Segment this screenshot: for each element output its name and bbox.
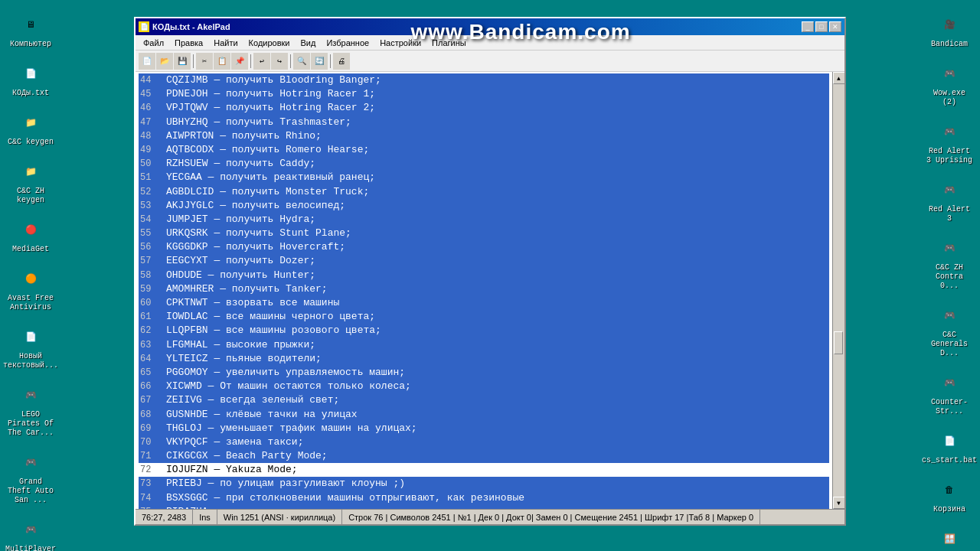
menu-settings[interactable]: Настройки bbox=[375, 37, 426, 48]
line-number: 74 bbox=[140, 492, 163, 505]
desktop-icon-right-5[interactable]: 🎮C&C Generals D... bbox=[923, 298, 976, 361]
line-text: CPKTNWT — взорвать все машины bbox=[166, 296, 339, 310]
line-text: PDNEJOH — получить Hotring Racer 1; bbox=[166, 87, 375, 101]
menu-bar: Файл Правка Найти Кодировки Вид Избранно… bbox=[136, 35, 844, 51]
line-text: JUMPJET — получить Hydra; bbox=[166, 213, 315, 227]
menu-file[interactable]: Файл bbox=[139, 37, 168, 48]
text-line: 57EEGCYXT — получить Dozer; bbox=[139, 254, 829, 268]
desktop-icon-left-4[interactable]: 🔴MediaGet bbox=[4, 213, 57, 257]
desktop-icon-left-3[interactable]: 📁C&C ZH keygen bbox=[4, 155, 57, 208]
toolbar-new[interactable]: 📄 bbox=[139, 53, 155, 70]
icon-image: 🎮 bbox=[17, 448, 44, 476]
toolbar-redo[interactable]: ↪ bbox=[271, 53, 288, 70]
text-line: 50RZHSUEW — получить Caddy; bbox=[139, 157, 829, 171]
text-line: 71CIKGCGX — Beach Party Mode; bbox=[139, 449, 829, 463]
scroll-thumb[interactable] bbox=[834, 331, 843, 354]
line-number: 61 bbox=[140, 311, 163, 324]
text-line: 47UBHYZHQ — получить Trashmaster; bbox=[139, 116, 829, 129]
close-button[interactable]: ✕ bbox=[829, 21, 841, 32]
status-bar: 76:27, 2483 Ins Win 1251 (ANSI · кирилли… bbox=[136, 509, 844, 524]
line-text: IOJUFZN — Yakuza Mode; bbox=[166, 463, 298, 477]
toolbar-save[interactable]: 💾 bbox=[174, 53, 191, 70]
maximize-button[interactable]: □ bbox=[815, 21, 828, 32]
icon-image: 📄 bbox=[17, 60, 44, 87]
line-number: 72 bbox=[140, 464, 163, 477]
scroll-up-button[interactable]: ▲ bbox=[833, 72, 845, 84]
desktop-icon-right-1[interactable]: 🎮Wow.exe (2) bbox=[923, 57, 976, 110]
desktop-icon-left-6[interactable]: 📄Новый текстовый... bbox=[4, 320, 57, 373]
line-text: YECGAA — получить реактивный ранец; bbox=[166, 171, 375, 184]
line-number: 45 bbox=[140, 88, 163, 101]
icon-image: 🎥 bbox=[936, 11, 963, 38]
desktop-icon-left-8[interactable]: 🎮Grand Theft Auto San ... bbox=[4, 445, 57, 508]
toolbar-cut[interactable]: ✂ bbox=[196, 53, 213, 70]
toolbar-paste[interactable]: 📌 bbox=[231, 53, 248, 70]
line-text: AIWPRTON — получить Rhino; bbox=[166, 129, 322, 143]
toolbar-find[interactable]: 🔍 bbox=[293, 53, 310, 70]
line-number: 56 bbox=[140, 241, 163, 254]
toolbar-copy[interactable]: 📋 bbox=[214, 53, 230, 70]
icon-label: Counter-Str... bbox=[926, 398, 973, 416]
toolbar-open[interactable]: 📂 bbox=[156, 53, 173, 70]
desktop-icon-right-3[interactable]: 🎮Red Alert 3 bbox=[923, 173, 976, 227]
desktop-icon-right-6[interactable]: 🎮Counter-Str... bbox=[923, 366, 976, 419]
menu-view[interactable]: Вид bbox=[296, 37, 321, 48]
desktop-icon-right-2[interactable]: 🎮Red Alert 3 Uprising bbox=[923, 115, 976, 168]
icon-label: Grand Theft Auto San ... bbox=[7, 478, 54, 505]
title-bar-left: 📄 КОДы.txt - AkelPad bbox=[139, 21, 230, 32]
text-editor[interactable]: 44CQZIJMB — получить Bloodring Banger;45… bbox=[136, 72, 832, 509]
toolbar-print[interactable]: 🖨 bbox=[333, 53, 350, 70]
desktop-icon-right-7[interactable]: 📄cs_start.bat bbox=[923, 424, 976, 468]
title-bar-controls[interactable]: _ □ ✕ bbox=[802, 21, 841, 32]
scroll-down-button[interactable]: ▼ bbox=[833, 497, 845, 509]
desktop-icon-left-0[interactable]: 🖥Компьютер bbox=[4, 8, 57, 52]
icon-image: 🎮 bbox=[17, 516, 44, 543]
toolbar-replace[interactable]: 🔄 bbox=[311, 53, 328, 70]
desktop-icon-right-8[interactable]: 🗑Корзина bbox=[923, 473, 976, 517]
desktop-icon-left-1[interactable]: 📄КОДы.txt bbox=[4, 57, 57, 101]
desktop-icon-right-9[interactable]: 🪟Windows 7 Сборка 761 bbox=[923, 522, 976, 551]
text-line: 74BSXSGGC — при столкновении машины отпр… bbox=[139, 491, 829, 505]
desktop-icon-right-0[interactable]: 🎥Bandicam bbox=[923, 8, 976, 52]
line-number: 73 bbox=[140, 478, 163, 491]
desktop-icon-left-9[interactable]: 🎮MultiPlayer [0.3e] bbox=[4, 513, 57, 551]
line-number: 60 bbox=[140, 297, 163, 310]
menu-plugins[interactable]: Плагины bbox=[427, 37, 471, 48]
vertical-scrollbar[interactable]: ▲ ▼ bbox=[832, 72, 844, 509]
icon-label: C&C Generals D... bbox=[926, 331, 973, 358]
desktop-icons-right: 🎥Bandicam🎮Wow.exe (2)🎮Red Alert 3 Uprisi… bbox=[919, 0, 980, 551]
desktop-icon-left-5[interactable]: 🟠Avast Free Antivirus bbox=[4, 262, 57, 315]
line-number: 58 bbox=[140, 269, 163, 282]
menu-edit[interactable]: Правка bbox=[170, 37, 207, 48]
line-number: 57 bbox=[140, 255, 163, 268]
line-number: 63 bbox=[140, 339, 163, 352]
line-text: KGGGDKP — получить Hovercraft; bbox=[166, 240, 345, 254]
line-text: AMOMHRER — получить Tanker; bbox=[166, 282, 328, 296]
minimize-button[interactable]: _ bbox=[802, 21, 814, 32]
status-wrap: Win 1251 (ANSI · кириллица) bbox=[217, 510, 342, 524]
icon-label: Red Alert 3 Uprising bbox=[926, 147, 973, 165]
text-line: 51YECGAA — получить реактивный ранец; bbox=[139, 171, 829, 184]
desktop-icon-right-4[interactable]: 🎮C&C ZH Contra 0... bbox=[923, 231, 976, 294]
line-number: 55 bbox=[140, 227, 163, 240]
line-number: 49 bbox=[140, 144, 163, 157]
menu-favorites[interactable]: Избранное bbox=[322, 37, 374, 48]
icon-image: 🎮 bbox=[936, 302, 963, 329]
menu-encoding[interactable]: Кодировки bbox=[244, 37, 295, 48]
line-number: 65 bbox=[140, 367, 163, 380]
line-text: PGGOMOY — увеличить управляемость машин; bbox=[166, 366, 405, 380]
toolbar-undo[interactable]: ↩ bbox=[253, 53, 270, 70]
notepad-icon: 📄 bbox=[139, 21, 149, 32]
menu-find[interactable]: Найти bbox=[209, 37, 242, 48]
scroll-track[interactable] bbox=[833, 84, 845, 497]
text-line: 70VKYPQCF — замена такси; bbox=[139, 435, 829, 449]
toolbar-sep-4 bbox=[330, 54, 331, 68]
desktop-icon-left-7[interactable]: 🎮LEGO Pirates Of The Car... bbox=[4, 378, 57, 441]
icon-label: Компьютер bbox=[10, 40, 51, 49]
status-position: 76:27, 2483 bbox=[136, 510, 193, 524]
line-number: 68 bbox=[140, 409, 163, 422]
desktop-icon-left-2[interactable]: 📁C&C keygen bbox=[4, 106, 57, 150]
icon-image: 🎮 bbox=[17, 381, 44, 409]
toolbar-sep-3 bbox=[290, 54, 291, 68]
line-text: RZHSUEW — получить Caddy; bbox=[166, 157, 315, 171]
